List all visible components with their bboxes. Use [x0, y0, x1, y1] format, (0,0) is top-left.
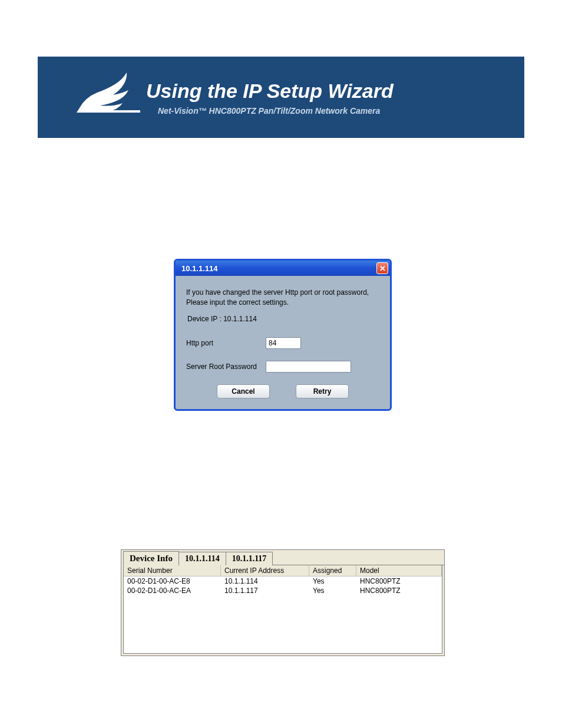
settings-dialog: 10.1.1.114 ✕ If you have changed the ser… [174, 259, 392, 411]
cell-model: HNC800PTZ [356, 577, 442, 586]
password-label: Server Root Password [186, 363, 266, 371]
header-text-block: Using the IP Setup Wizard Net-Vision™ HN… [146, 80, 394, 116]
dialog-body: If you have changed the server Http port… [176, 276, 390, 409]
col-header-serial[interactable]: Serial Number [124, 565, 221, 576]
page-title: Using the IP Setup Wizard [146, 80, 394, 103]
dialog-message: If you have changed the server Http port… [186, 288, 379, 308]
close-button[interactable]: ✕ [376, 262, 388, 274]
device-info-panel: Device Info 10.1.1.114 10.1.1.117 Serial… [121, 549, 445, 656]
password-input[interactable] [266, 361, 351, 373]
tab-ip-2[interactable]: 10.1.1.117 [226, 552, 273, 565]
header-banner: Using the IP Setup Wizard Net-Vision™ HN… [38, 57, 524, 138]
tab-filler [272, 552, 444, 565]
tab-content: Serial Number Current IP Address Assigne… [123, 565, 442, 654]
dialog-title: 10.1.1.114 [181, 264, 217, 273]
tab-ip-1[interactable]: 10.1.1.114 [178, 552, 226, 565]
col-header-assigned[interactable]: Assigned [309, 565, 356, 576]
col-header-ip[interactable]: Current IP Address [221, 565, 309, 576]
close-icon: ✕ [379, 264, 386, 273]
retry-button[interactable]: Retry [296, 384, 349, 398]
cell-serial: 00-02-D1-00-AC-EA [124, 586, 221, 595]
password-row: Server Root Password [186, 361, 379, 373]
http-port-input[interactable] [266, 337, 301, 349]
cell-ip: 10.1.1.117 [221, 586, 309, 595]
eagle-logo-icon [71, 68, 141, 127]
cell-serial: 00-02-D1-00-AC-E8 [124, 577, 221, 586]
http-port-row: Http port [186, 337, 379, 349]
col-header-model[interactable]: Model [356, 565, 442, 576]
cancel-button[interactable]: Cancel [217, 384, 270, 398]
device-ip-label: Device IP : 10.1.1.114 [187, 315, 379, 323]
table-row[interactable]: 00-02-D1-00-AC-EA 10.1.1.117 Yes HNC800P… [124, 586, 442, 595]
page-subtitle: Net-Vision™ HNC800PTZ Pan/Tilt/Zoom Netw… [158, 106, 394, 116]
table-header: Serial Number Current IP Address Assigne… [124, 565, 442, 577]
http-port-label: Http port [186, 339, 266, 347]
cell-assigned: Yes [309, 586, 356, 595]
table-row[interactable]: 00-02-D1-00-AC-E8 10.1.1.114 Yes HNC800P… [124, 577, 442, 586]
cell-assigned: Yes [309, 577, 356, 586]
cell-model: HNC800PTZ [356, 586, 442, 595]
cell-ip: 10.1.1.114 [221, 577, 309, 586]
dialog-titlebar[interactable]: 10.1.1.114 ✕ [176, 261, 390, 276]
dialog-button-row: Cancel Retry [186, 384, 379, 398]
tab-row: Device Info 10.1.1.114 10.1.1.117 [121, 550, 444, 565]
tab-device-info[interactable]: Device Info [123, 551, 179, 566]
